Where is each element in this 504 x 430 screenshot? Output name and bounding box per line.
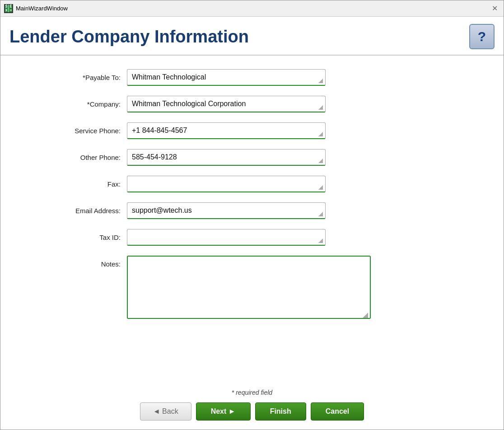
header-area: Lender Company Information ? xyxy=(0,17,504,56)
button-row: ◄ Back Next ► Finish Cancel xyxy=(140,402,364,421)
finish-button[interactable]: Finish xyxy=(255,402,306,421)
email-field xyxy=(127,202,326,219)
other-phone-field xyxy=(127,149,326,166)
window-title: MainWizardWindow xyxy=(16,5,68,12)
company-field xyxy=(127,96,326,112)
service-phone-input[interactable] xyxy=(127,122,326,139)
cancel-button[interactable]: Cancel xyxy=(311,402,364,421)
page-title: Lender Company Information xyxy=(9,27,249,47)
email-label: Email Address: xyxy=(37,207,127,215)
service-phone-row: Service Phone: xyxy=(37,122,467,139)
payable-to-input[interactable] xyxy=(127,69,326,86)
fax-label: Fax: xyxy=(37,180,127,188)
help-button[interactable]: ? xyxy=(469,24,495,49)
back-button[interactable]: ◄ Back xyxy=(140,402,191,421)
notes-input[interactable] xyxy=(127,256,371,319)
other-phone-input[interactable] xyxy=(127,149,326,166)
service-phone-label: Service Phone: xyxy=(37,127,127,135)
app-icon: S|Ex|= xyxy=(4,4,13,13)
notes-label: Notes: xyxy=(37,256,127,268)
company-label: *Company: xyxy=(37,100,127,108)
input-corner-icon xyxy=(318,132,323,136)
input-corner-icon xyxy=(318,212,323,216)
notes-field xyxy=(127,256,371,321)
tax-id-field xyxy=(127,229,326,246)
notes-row: Notes: xyxy=(37,256,467,321)
tax-id-row: Tax ID: xyxy=(37,229,467,246)
title-bar: S|Ex|= MainWizardWindow ✕ xyxy=(0,0,504,17)
notes-corner-icon xyxy=(363,313,368,318)
required-note: * required field xyxy=(232,389,272,396)
fax-field xyxy=(127,176,326,192)
company-row: *Company: xyxy=(37,96,467,112)
email-row: Email Address: xyxy=(37,202,467,219)
tax-id-label: Tax ID: xyxy=(37,234,127,241)
input-corner-icon xyxy=(318,105,323,110)
input-corner-icon xyxy=(318,79,323,83)
company-input[interactable] xyxy=(127,96,326,112)
form-area: *Payable To: *Company: Service Phone: xyxy=(0,56,504,384)
title-bar-left: S|Ex|= MainWizardWindow xyxy=(4,4,68,13)
fax-row: Fax: xyxy=(37,176,467,192)
tax-id-input[interactable] xyxy=(127,229,326,246)
service-phone-field xyxy=(127,122,326,139)
other-phone-row: Other Phone: xyxy=(37,149,467,166)
payable-to-field xyxy=(127,69,326,86)
payable-to-label: *Payable To: xyxy=(37,74,127,81)
next-button[interactable]: Next ► xyxy=(196,402,251,421)
fax-input[interactable] xyxy=(127,176,326,192)
email-input[interactable] xyxy=(127,202,326,219)
payable-to-row: *Payable To: xyxy=(37,69,467,86)
other-phone-label: Other Phone: xyxy=(37,154,127,161)
main-window: S|Ex|= MainWizardWindow ✕ Lender Company… xyxy=(0,0,504,430)
footer-area: * required field ◄ Back Next ► Finish Ca… xyxy=(0,384,504,430)
close-button[interactable]: ✕ xyxy=(489,3,500,14)
input-corner-icon xyxy=(318,185,323,190)
input-corner-icon xyxy=(318,238,323,243)
input-corner-icon xyxy=(318,159,323,163)
